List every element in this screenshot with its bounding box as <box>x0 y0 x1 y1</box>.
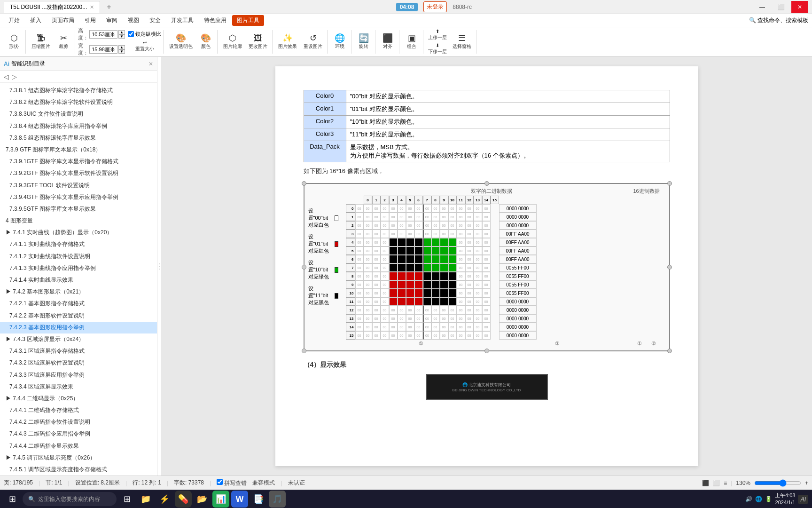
handle-left[interactable] <box>302 265 306 270</box>
select-bg-btn[interactable]: ☰ 选择窗格 <box>450 31 474 53</box>
sidebar-nav-left[interactable]: ◁ <box>4 73 9 80</box>
tree-item-s13[interactable]: ▶ 7.4.1 实时曲线（趋势图）显示（0x20） <box>0 227 157 238</box>
doc-area[interactable]: Color0 "00"bit 对应的显示颜色。 Color1 "01"bit 对… <box>161 57 812 476</box>
up-layer-btn[interactable]: ⬆ 上移一层 <box>426 28 449 42</box>
layout-btn[interactable]: ⬛ <box>702 480 709 486</box>
search-command-btn[interactable]: 🔍 查找命令、搜索模板 <box>749 16 808 24</box>
crop-btn[interactable]: ✂ 裁剪 <box>54 31 73 53</box>
spiral-btn[interactable]: ⬡ 图片轮廓 <box>220 31 245 53</box>
doc-tab[interactable]: T5L DGUSII ...发指南202200... ✕ <box>4 1 100 13</box>
shape-btn[interactable]: ⬡ 形状· <box>5 31 23 53</box>
new-tab-btn[interactable]: + <box>104 3 114 11</box>
task-view-btn[interactable]: ⊞ <box>118 491 135 508</box>
tree-item-s28[interactable]: 7.4.4.1 二维码指令存储格式 <box>0 405 157 416</box>
reset-pic-btn[interactable]: ↺ 重设图片 <box>301 31 325 53</box>
tree-item-s8[interactable]: 7.3.9.2GTF 图标字库文本显示软件设置说明 <box>0 167 157 179</box>
web-layout-btn[interactable]: ⬜ <box>713 480 720 486</box>
tree-item-s25[interactable]: 7.4.3.3 区域滚屏应用指令举例 <box>0 369 157 381</box>
width-down-btn[interactable]: ▼ <box>118 49 125 54</box>
menu-picture-tools[interactable]: 图片工具 <box>232 15 264 26</box>
tree-item-s21[interactable]: 7.4.2.3 基本图形应用指令举例 <box>0 322 157 333</box>
tree-item-s3[interactable]: 7.3.8.3UIC 文件软件设置说明 <box>0 108 157 120</box>
align-btn[interactable]: ⬛ 对齐 <box>378 31 397 53</box>
tree-item-s4[interactable]: 7.3.8.4 组态图标滚轮字库应用指令举例 <box>0 120 157 132</box>
tree-item-s16[interactable]: 7.4.1.3 实时曲线指令应用指令举例 <box>0 262 157 274</box>
menu-reference[interactable]: 引用 <box>80 15 101 26</box>
tree-item-s1[interactable]: 7.3.8.1 组态图标字库滚字轮指令存储格式 <box>0 85 157 96</box>
file-explorer-btn[interactable]: 📁 <box>137 491 154 508</box>
start-btn[interactable]: ⊞ <box>4 491 21 508</box>
color-btn[interactable]: 🎨 颜色 <box>196 31 215 53</box>
folder-btn[interactable]: 📂 <box>194 491 211 508</box>
rotate-btn[interactable]: 🔄 旋转 <box>354 31 373 53</box>
zoom-slider[interactable] <box>754 479 801 487</box>
tree-item-s18[interactable]: ▶ 7.4.2 基本图形显示（0x21） <box>0 286 157 298</box>
tb-icon1[interactable]: 🔊 <box>745 496 752 502</box>
tree-item-s6[interactable]: 7.3.9 GTF 图标字库文本显示（0x18） <box>0 144 157 156</box>
menu-devtools[interactable]: 开发工具 <box>166 15 198 26</box>
menu-layout[interactable]: 页面布局 <box>47 15 79 26</box>
app1-btn[interactable]: 💊 <box>175 491 192 508</box>
tree-item-s20[interactable]: 7.4.2.2 基本图形软件设置说明 <box>0 310 157 322</box>
menu-start[interactable]: 开始 <box>4 15 24 26</box>
width-input[interactable] <box>89 45 117 54</box>
tree-item-s30[interactable]: 7.4.4.3 二维码指令应用指令举例 <box>0 428 157 440</box>
lock-ratio-checkbox[interactable] <box>128 31 134 37</box>
sidebar-nav-right[interactable]: ▷ <box>12 73 17 80</box>
menu-insert[interactable]: 插入 <box>25 15 46 26</box>
tab-close-btn[interactable]: ✕ <box>90 4 94 10</box>
outline-btn[interactable]: ≡ <box>724 480 727 486</box>
tree-item-s23[interactable]: 7.4.3.1 区域滚屏指令存储格式 <box>0 345 157 357</box>
height-up-btn[interactable]: ▲ <box>118 30 125 34</box>
word-btn[interactable]: W <box>231 491 248 508</box>
resize-handle[interactable] <box>157 57 161 476</box>
tree-item-s26[interactable]: 7.4.3.4 区域滚屏显示效果 <box>0 381 157 393</box>
tb-icon3[interactable]: 🔋 <box>765 496 772 502</box>
tree-item-s27[interactable]: ▶ 7.4.4 二维码显示（0x25） <box>0 393 157 405</box>
maximize-btn[interactable]: ⬜ <box>773 1 789 13</box>
menu-security[interactable]: 安全 <box>145 15 165 26</box>
transparency-btn[interactable]: 🎨 设置透明色 <box>166 31 195 53</box>
tree-item-s22[interactable]: ▶ 7.4.3 区域滚屏显示（0x24） <box>0 333 157 345</box>
tb-icon2[interactable]: 🌐 <box>755 496 762 502</box>
handle-bottom-left[interactable] <box>302 349 306 353</box>
tree-item-s15[interactable]: 7.4.1.2 实时曲线指软件设置说明 <box>0 251 157 262</box>
minimize-btn[interactable]: — <box>754 1 771 13</box>
tree-item-s12[interactable]: 4 图形变量 <box>0 215 157 227</box>
tree-item-s24[interactable]: 7.4.3.2 区域滚屏软件设置说明 <box>0 357 157 369</box>
sidebar-close-btn[interactable]: ✕ <box>148 61 153 67</box>
env-btn[interactable]: 🌐 环境 <box>330 31 349 53</box>
tree-item-s17[interactable]: 7.4.1.4 实时曲线显示效果 <box>0 274 157 286</box>
handle-top-left[interactable] <box>302 181 306 186</box>
menu-features[interactable]: 特色应用 <box>199 15 231 26</box>
chart-btn[interactable]: 📊 <box>212 491 229 508</box>
menu-view[interactable]: 视图 <box>123 15 144 26</box>
change-pic-btn[interactable]: 🖼 更改图片 <box>246 31 270 53</box>
compress-btn[interactable]: 🗜 压缩图片 <box>29 31 53 53</box>
reset-size-btn[interactable]: ↩ 重置大小 <box>128 39 161 53</box>
height-input[interactable] <box>89 30 117 39</box>
handle-bottom[interactable] <box>484 349 489 353</box>
height-down-btn[interactable]: ▼ <box>118 34 125 39</box>
docs-btn[interactable]: 📑 <box>250 491 267 508</box>
music-btn[interactable]: 🎵 <box>269 491 286 508</box>
tree-item-s7[interactable]: 7.3.9.1GTF 图标字库文本显示指令存储格式 <box>0 156 157 167</box>
spellcheck-checkbox[interactable] <box>217 479 223 485</box>
close-window-btn[interactable]: ✕ <box>791 1 808 13</box>
tree-item-s14[interactable]: 7.4.1.1 实时曲线指令存储格式 <box>0 238 157 250</box>
menu-review[interactable]: 审阅 <box>102 15 122 26</box>
down-layer-btn[interactable]: ⬇ 下移一层 <box>426 42 449 56</box>
tree-item-s9[interactable]: 7.3.9.3GTF TOOL 软件设置说明 <box>0 180 157 191</box>
tree-item-s10[interactable]: 7.3.9.4GTF 图标字库文本显示应用指令举例 <box>0 191 157 203</box>
handle-right[interactable] <box>667 265 672 270</box>
group-btn[interactable]: ▣ 组合 <box>402 31 421 53</box>
tree-item-s19[interactable]: 7.4.2.1 基本图形指令存储格式 <box>0 298 157 310</box>
lightning-btn[interactable]: ⚡ <box>156 491 173 508</box>
tree-item-s29[interactable]: 7.4.4.2 二维码指令软件设置说明 <box>0 416 157 428</box>
tree-item-s32[interactable]: ▶ 7.4.5 调节区域显示亮度（0x26） <box>0 452 157 464</box>
tree-item-s11[interactable]: 7.3.9.5GTF 图标字库文本显示效果 <box>0 203 157 215</box>
tree-item-s2[interactable]: 7.3.8.2 组态图标字库滚字轮软件设置说明 <box>0 96 157 108</box>
tree-item-s33[interactable]: 7.4.5.1 调节区域显示亮度指令存储格式 <box>0 464 157 476</box>
tree-item-s5[interactable]: 7.3.8.5 组态图标滚轮字库显示效果 <box>0 132 157 144</box>
width-up-btn[interactable]: ▲ <box>118 45 125 49</box>
